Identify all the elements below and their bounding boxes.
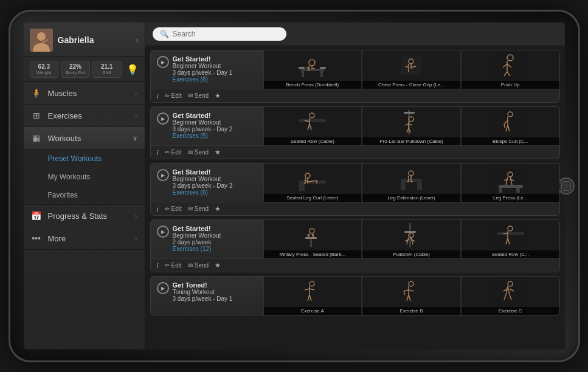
card-actions-0: i ✏ Edit ✉ Send ★ (151, 89, 559, 102)
svg-rect-47 (497, 232, 524, 235)
thumb-figure-0-0 (264, 50, 362, 81)
muscles-chevron-icon: › (135, 89, 137, 97)
card-days-4: 3 days p/week - Day 1 (173, 295, 233, 302)
card-text-1: Get Started! Beginner Workout 3 days p/w… (173, 112, 233, 139)
card-title-0: Get Started! (173, 55, 233, 63)
home-button[interactable] (558, 177, 575, 195)
play-button-0[interactable]: ▶ (157, 56, 169, 68)
thumb-4-0: Exercise A (263, 277, 362, 315)
card-info-1: ▶ Get Started! Beginner Workout 3 days p… (151, 107, 263, 145)
sidebar-item-more[interactable]: ••• More › (24, 227, 145, 250)
info-icon-0[interactable]: i (157, 92, 159, 100)
info-icon-3[interactable]: i (157, 262, 159, 269)
sidebar-item-exercises[interactable]: ⊞ Exercises › (24, 105, 145, 127)
edit-button-3[interactable]: ✏ Edit (165, 262, 182, 269)
workout-card-1: ▶ Get Started! Beginner Workout 3 days p… (150, 106, 560, 159)
card-title-3: Get Started! (173, 225, 221, 232)
svg-rect-8 (299, 67, 305, 69)
thumb-figure-2-0 (264, 164, 362, 194)
send-button-3[interactable]: ✉ Send (188, 262, 209, 269)
card-days-1: 3 days p/week - Day 2 (173, 126, 233, 133)
svg-rect-30 (401, 182, 406, 190)
thumb-label-1-2: Biceps Curl (C... (462, 137, 559, 145)
edit-button-0[interactable]: ✏ Edit (165, 92, 182, 99)
card-exercises-1[interactable]: Exercises (5) (173, 133, 233, 139)
thumbnails-0: Bench Press (Dumbbell) (263, 50, 559, 89)
svg-rect-18 (395, 107, 428, 137)
send-button-1[interactable]: ✉ Send (188, 149, 209, 156)
card-text-3: Get Started! Beginner Workout 2 days p/w… (173, 225, 221, 252)
card-actions-2: i ✏ Edit ✉ Send ★ (151, 202, 559, 215)
workout-card-2: ▶ Get Started! Beginner Workout 3 days p… (150, 163, 560, 216)
thumb-label-3-2: Seated Row (C... (462, 250, 559, 258)
send-button-0[interactable]: ✉ Send (188, 92, 209, 99)
thumbnails-2: Seated Leg Curl (Lever) (263, 164, 559, 202)
svg-rect-26 (299, 184, 305, 191)
edit-button-1[interactable]: ✏ Edit (165, 149, 182, 156)
thumb-figure-1-0 (264, 107, 362, 137)
info-icon-1[interactable]: i (157, 149, 159, 156)
thumb-figure-4-1 (362, 277, 460, 307)
card-subtitle-0: Beginner Workout (173, 63, 233, 69)
progress-icon: 📅 (31, 211, 42, 221)
exercises-icon: ⊞ (31, 111, 42, 120)
info-icon-2[interactable]: i (157, 205, 159, 213)
card-actions-1: i ✏ Edit ✉ Send ★ (151, 145, 559, 159)
star-icon-0[interactable]: ★ (215, 92, 221, 100)
send-icon-3: ✉ (188, 262, 193, 269)
card-title-2: Get Started! (173, 168, 233, 176)
send-label-0: Send (195, 92, 209, 99)
thumb-figure-2-1 (362, 164, 460, 194)
send-label-3: Send (195, 262, 209, 269)
card-subtitle-1: Beginner Workout (173, 119, 233, 126)
card-exercises-0[interactable]: Exercises (6) (173, 76, 233, 83)
card-text-4: Get Toned! Toning Workout 3 days p/week … (173, 281, 233, 302)
edit-icon-2: ✏ (165, 205, 170, 212)
weight-value: 62.3 (33, 63, 55, 70)
thumb-figure-0-1 (362, 50, 460, 81)
muscles-icon: 🧍 (31, 88, 42, 98)
search-bar-area: 🔍 (145, 22, 565, 46)
play-button-2[interactable]: ▶ (157, 169, 169, 181)
send-button-2[interactable]: ✉ Send (188, 205, 209, 212)
star-icon-3[interactable]: ★ (215, 261, 221, 269)
thumb-figure-0-2 (462, 50, 559, 81)
thumb-2-1: Leg Extension (Lever) (362, 164, 460, 202)
star-icon-1[interactable]: ★ (215, 148, 221, 156)
search-bar: 🔍 (153, 27, 286, 41)
thumb-1-1: Pro-Lat-Bar Pulldown (Cable) (362, 107, 460, 145)
card-title-1: Get Started! (173, 112, 233, 119)
card-main-4: ▶ Get Toned! Toning Workout 3 days p/wee… (151, 277, 559, 315)
weight-stat: 62.3 Weight (30, 61, 59, 78)
card-info-2: ▶ Get Started! Beginner Workout 3 days p… (151, 164, 263, 202)
play-button-3[interactable]: ▶ (157, 226, 169, 238)
favorites-item[interactable]: Favorites (24, 186, 145, 204)
play-button-1[interactable]: ▶ (157, 112, 169, 125)
play-icon-0: ▶ (161, 60, 165, 65)
card-exercises-3[interactable]: Exercises (12) (173, 246, 221, 252)
card-text-0: Get Started! Beginner Workout 3 days p/w… (173, 55, 233, 83)
thumb-figure-1-1 (362, 107, 460, 137)
card-main-0: ▶ Get Started! Beginner Workout 3 days p… (151, 50, 559, 89)
sidebar-item-progress[interactable]: 📅 Progress & Stats › (24, 205, 145, 227)
my-workouts-item[interactable]: My Workouts (24, 168, 145, 186)
play-button-4[interactable]: ▶ (157, 282, 169, 294)
sidebar-item-muscles[interactable]: 🧍 Muscles › (24, 82, 145, 105)
svg-rect-16 (299, 119, 326, 122)
profile-area[interactable]: Gabriella › (24, 22, 145, 57)
thumb-4-2: Exercise C (461, 277, 559, 315)
sidebar-item-workouts[interactable]: ▦ Workouts ∨ (24, 127, 145, 150)
card-title-4: Get Toned! (173, 281, 233, 289)
star-icon-2[interactable]: ★ (215, 205, 221, 213)
thumb-label-3-1: Pulldown (Cable) (362, 250, 460, 258)
thumbnails-4: Exercise A Exercise (263, 277, 559, 315)
edit-button-2[interactable]: ✏ Edit (165, 205, 182, 212)
progress-label: Progress & Stats (48, 212, 129, 221)
search-input[interactable] (173, 30, 270, 38)
thumb-figure-4-2 (462, 277, 559, 307)
preset-workouts-item[interactable]: Preset Workouts (24, 150, 145, 168)
card-exercises-2[interactable]: Exercises (6) (173, 189, 233, 196)
card-main-2: ▶ Get Started! Beginner Workout 3 days p… (151, 164, 559, 202)
svg-rect-36 (516, 188, 520, 193)
edit-label-0: Edit (171, 92, 182, 99)
